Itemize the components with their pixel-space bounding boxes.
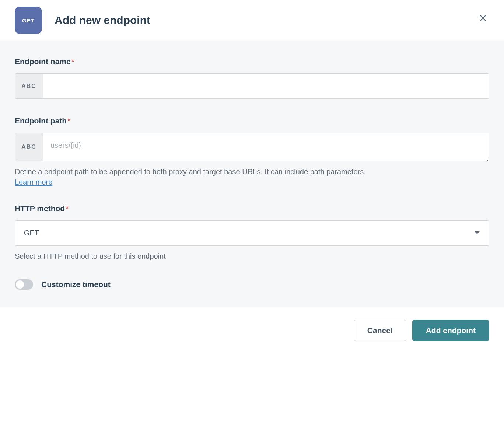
endpoint-name-label: Endpoint name* (15, 57, 489, 66)
dialog-title: Add new endpoint (55, 14, 150, 27)
dialog-body: Endpoint name* ABC Endpoint path* ABC De… (0, 41, 504, 307)
http-method-label-text: HTTP method (15, 204, 65, 213)
endpoint-name-label-text: Endpoint name (15, 57, 71, 66)
endpoint-path-help: Define a endpoint path to be appended to… (15, 167, 489, 177)
required-asterisk: * (67, 116, 70, 125)
endpoint-path-input[interactable] (43, 133, 489, 161)
http-method-group: HTTP method* GET Select a HTTP method to… (15, 204, 489, 262)
endpoint-path-group: Endpoint path* ABC Define a endpoint pat… (15, 116, 489, 186)
customize-timeout-toggle[interactable] (15, 279, 33, 290)
toggle-knob (16, 280, 24, 289)
endpoint-name-input-group: ABC (15, 73, 489, 99)
endpoint-path-input-group: ABC (15, 133, 489, 161)
learn-more-link[interactable]: Learn more (15, 178, 52, 186)
http-method-help: Select a HTTP method to use for this end… (15, 251, 489, 262)
http-method-label: HTTP method* (15, 204, 489, 213)
http-method-select[interactable]: GET (15, 220, 489, 246)
abc-prefix-icon: ABC (15, 74, 43, 98)
method-badge: GET (15, 7, 42, 34)
endpoint-path-label-text: Endpoint path (15, 116, 67, 125)
endpoint-path-label: Endpoint path* (15, 116, 489, 125)
required-asterisk: * (71, 57, 74, 66)
close-icon (479, 18, 487, 23)
customize-timeout-row: Customize timeout (15, 279, 489, 290)
close-button[interactable] (477, 12, 489, 25)
add-endpoint-button[interactable]: Add endpoint (412, 320, 489, 341)
customize-timeout-label: Customize timeout (41, 280, 111, 289)
abc-prefix-icon: ABC (15, 133, 43, 161)
cancel-button[interactable]: Cancel (354, 320, 406, 341)
endpoint-name-group: Endpoint name* ABC (15, 57, 489, 99)
dialog-header: GET Add new endpoint (0, 0, 504, 41)
endpoint-name-input[interactable] (43, 74, 489, 98)
required-asterisk: * (66, 204, 69, 213)
dialog-footer: Cancel Add endpoint (0, 307, 504, 354)
http-method-selected-value: GET (15, 221, 489, 245)
